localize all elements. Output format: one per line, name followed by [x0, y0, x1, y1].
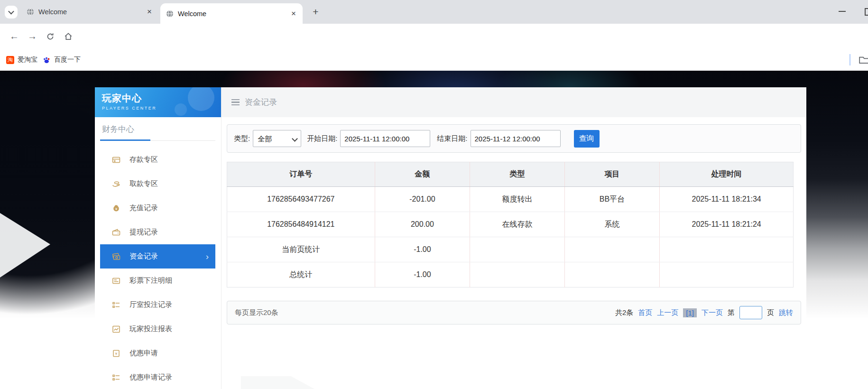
jump-link[interactable]: 跳转: [779, 308, 793, 317]
section-underline: [100, 139, 215, 141]
sidebar-item-label: 充值记录: [129, 204, 158, 213]
moneybag-icon: ¥: [111, 204, 122, 213]
table-cell: -1.00: [375, 237, 470, 262]
table-cell: 1762856484914121: [227, 212, 375, 237]
page-size-text: 每页显示20条: [235, 308, 278, 317]
home-button[interactable]: [61, 24, 76, 49]
forward-button[interactable]: →: [25, 24, 40, 49]
background-triangle-shape: [0, 213, 50, 278]
current-page-indicator: [1]: [683, 308, 697, 317]
search-button[interactable]: 查询: [574, 130, 600, 148]
tab-close-icon[interactable]: ×: [145, 8, 154, 16]
tab-welcome-1[interactable]: Welcome ×: [21, 0, 158, 24]
menu-icon[interactable]: [231, 99, 240, 106]
page-title: 资金记录: [245, 97, 277, 108]
sidebar-item[interactable]: 厅室投注记录: [95, 293, 221, 317]
sidebar-item-label: 提现记录: [129, 228, 158, 237]
sidebar-item-label: 厅室投注记录: [129, 300, 172, 309]
table-cell: 当前页统计: [227, 237, 375, 262]
folder-icon[interactable]: [859, 54, 868, 65]
sidebar-item-label: 彩票下注明细: [129, 276, 172, 285]
sidebar-item[interactable]: 玩家投注报表: [95, 317, 221, 341]
sidebar-item[interactable]: 彩票下注明细: [95, 269, 221, 293]
web-page: 玩家中心 PLAYERS CENTER 财务中心 存款专区取款专区¥充值记录提现…: [0, 71, 868, 389]
table-header-cell: 订单号: [227, 162, 375, 187]
total-count-text: 共2条: [615, 308, 633, 317]
back-button[interactable]: ←: [7, 24, 22, 49]
deposit-card-icon: [111, 155, 122, 165]
start-date-input[interactable]: [340, 130, 430, 147]
table-row: 1762856493477267-201.00额度转出BB平台2025-11-1…: [227, 187, 794, 212]
tab-close-icon[interactable]: ×: [289, 9, 298, 18]
tab-search-button[interactable]: [5, 6, 18, 19]
sidebar-item-label: 优惠申请记录: [129, 373, 172, 382]
table-cell: 2025-11-11 18:21:34: [660, 187, 794, 212]
table-row: 总统计-1.00: [227, 262, 794, 287]
sidebar-item-label: 存款专区: [129, 155, 158, 164]
board-list-icon: [111, 373, 122, 382]
funds-table: 订单号金额类型项目处理时间 1762856493477267-201.00额度转…: [227, 162, 794, 287]
minimize-button[interactable]: [839, 11, 846, 12]
table-cell: -1.00: [375, 262, 470, 287]
table-header-cell: 项目: [564, 162, 660, 187]
prev-page-link[interactable]: 上一页: [657, 308, 678, 317]
type-select[interactable]: 全部: [253, 130, 301, 147]
window-restore-button[interactable]: [865, 8, 868, 16]
chart-icon: [111, 324, 122, 334]
table-cell: 1762856493477267: [227, 187, 375, 212]
first-page-link[interactable]: 首页: [638, 308, 652, 317]
board-list-icon: [111, 300, 122, 310]
tab-title: Welcome: [178, 10, 285, 18]
hand-money-icon: [111, 179, 122, 189]
table-cell: [470, 262, 564, 287]
svg-text:¥: ¥: [115, 352, 118, 356]
sidebar-item[interactable]: ¥优惠申请: [95, 341, 221, 365]
sidebar-item[interactable]: 资金记录›: [100, 244, 215, 269]
sidebar-item-label: 玩家投注报表: [129, 324, 172, 333]
globe-icon: [27, 8, 34, 16]
next-page-link[interactable]: 下一页: [702, 308, 723, 317]
bookmark-label: 爱淘宝: [18, 56, 37, 64]
jump-prefix-label: 第: [728, 308, 735, 317]
table-header-cell: 处理时间: [660, 162, 794, 187]
table-cell: 额度转出: [470, 187, 564, 212]
table-header-row: 订单号金额类型项目处理时间: [227, 162, 794, 187]
sidebar-item[interactable]: 优惠申请记录: [95, 365, 221, 389]
sidebar-item[interactable]: 提现记录: [95, 220, 221, 244]
players-center-banner: 玩家中心 PLAYERS CENTER: [95, 87, 221, 117]
sidebar-item-label: 取款专区: [129, 179, 158, 188]
main-panel: 资金记录 类型: 全部 开始日期: 结束日期: 查询 订单号金额类型项目处理时间…: [222, 87, 806, 389]
table-cell: [470, 237, 564, 262]
list-icon: [111, 276, 122, 286]
sidebar-item[interactable]: 取款专区: [95, 172, 221, 196]
tab-welcome-2[interactable]: Welcome ×: [160, 3, 303, 24]
end-date-input[interactable]: [471, 130, 561, 147]
new-tab-button[interactable]: +: [309, 5, 322, 18]
bookmark-taobao[interactable]: 淘 爱淘宝: [6, 49, 37, 71]
sidebar-item[interactable]: 存款专区: [95, 148, 221, 172]
cash-icon: [111, 252, 122, 261]
tab-strip: Welcome × Welcome × +: [0, 0, 868, 24]
sidebar-item-label: 资金记录: [129, 252, 158, 261]
table-header-cell: 金额: [375, 162, 470, 187]
sidebar-item[interactable]: ¥充值记录: [95, 196, 221, 220]
sidebar-section-title: 财务中心: [102, 124, 221, 135]
coupon-icon: ¥: [111, 349, 122, 358]
browser-toolbar: ← → js13.cc/hhcp/usercenter.html?iniType…: [0, 24, 868, 49]
table-row: 1762856484914121200.00在线存款系统2025-11-11 1…: [227, 212, 794, 237]
table-cell: 总统计: [227, 262, 375, 287]
table-cell: 2025-11-11 18:21:24: [660, 212, 794, 237]
reload-button[interactable]: [43, 24, 58, 49]
type-label: 类型:: [234, 134, 250, 143]
table-cell: [660, 262, 794, 287]
bookmarks-bar: 淘 爱淘宝 百度一下: [0, 49, 868, 71]
bookmark-baidu[interactable]: 百度一下: [43, 49, 81, 71]
taobao-icon: 淘: [6, 56, 14, 64]
background-shape: [241, 376, 314, 389]
table-cell: 在线存款: [470, 212, 564, 237]
start-date-label: 开始日期:: [307, 134, 337, 143]
chevron-down-icon: [8, 9, 14, 15]
page-jump-input[interactable]: [739, 306, 762, 319]
bookmarks-divider: [850, 54, 850, 65]
table-row: 当前页统计-1.00: [227, 237, 794, 262]
